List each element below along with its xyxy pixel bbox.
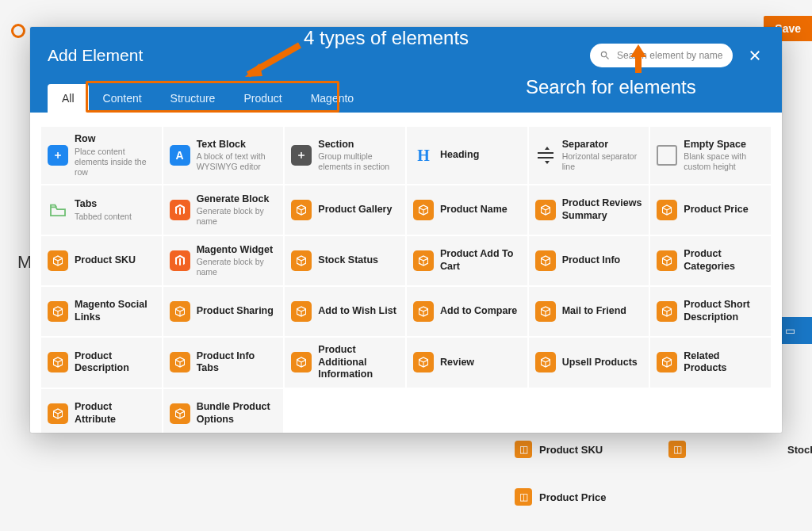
element-card[interactable]: Product Name — [407, 185, 527, 235]
card-text: Stock Status — [318, 254, 378, 267]
page-background: Save M ◫ Product SKU ◫ Stock ◫ Product P… — [0, 0, 812, 531]
card-text: Product Additional Information — [318, 344, 399, 381]
box-icon — [291, 200, 312, 220]
tab-product[interactable]: Product — [229, 84, 296, 113]
card-text: Product Reviews Summary — [562, 197, 643, 222]
element-card[interactable]: Product Reviews Summary — [529, 185, 649, 235]
element-card[interactable]: Product Description — [41, 338, 162, 388]
card-text: Related Products — [684, 350, 764, 375]
element-card[interactable]: Empty SpaceBlank space with custom heigh… — [650, 127, 771, 184]
box-icon — [48, 403, 68, 424]
element-card[interactable]: Product Sharing — [163, 287, 284, 336]
box-icon — [170, 403, 190, 424]
element-card[interactable]: Generate BlockGenerate block by name — [163, 185, 284, 235]
text-icon: A — [170, 145, 190, 166]
tab-all[interactable]: All — [48, 84, 89, 113]
card-title: Separator — [562, 139, 643, 151]
element-card[interactable]: Product Price — [650, 185, 771, 235]
element-card[interactable]: Product SKU — [41, 236, 162, 285]
annotation-types-label: 4 types of elements — [304, 27, 469, 49]
element-card[interactable]: TabsTabbed content — [41, 185, 162, 235]
tab-content[interactable]: Content — [89, 84, 156, 113]
box-icon: ◫ — [515, 488, 532, 506]
card-title: Row — [75, 133, 155, 146]
card-text: Product Name — [440, 204, 508, 216]
card-title: Product Gallery — [318, 204, 392, 216]
card-text: Product Description — [75, 350, 155, 375]
element-card[interactable]: ＋RowPlace content elements inside the ro… — [41, 127, 162, 184]
card-title: Upsell Products — [562, 357, 638, 369]
element-card[interactable]: Review — [407, 338, 527, 388]
tab-structure[interactable]: Structure — [156, 84, 230, 113]
card-text: SeparatorHorizontal separator line — [562, 139, 643, 173]
magento-icon — [170, 200, 190, 220]
plus-icon: ＋ — [48, 145, 68, 166]
element-card[interactable]: ＋SectionGroup multiple elements in secti… — [285, 127, 405, 184]
element-card[interactable]: Related Products — [650, 338, 771, 388]
card-text: Product Info Tabs — [197, 350, 278, 375]
card-title: Product Add To Cart — [440, 248, 521, 273]
tab-magento[interactable]: Magento — [297, 84, 368, 113]
box-icon — [291, 301, 312, 322]
element-card[interactable]: Upsell Products — [529, 338, 649, 388]
card-text: Product Gallery — [318, 204, 392, 216]
card-text: Product Sharing — [197, 305, 274, 318]
card-title: Product SKU — [75, 254, 136, 267]
card-title: Product Description — [75, 350, 155, 375]
element-card[interactable]: Product Info — [529, 236, 649, 285]
card-title: Product Sharing — [197, 305, 274, 318]
element-card[interactable]: HHeading — [407, 127, 527, 184]
arrow-icon — [240, 41, 304, 81]
element-card[interactable]: Product Additional Information — [285, 338, 405, 388]
card-text: Product Info — [562, 254, 621, 267]
card-text: Add to Wish List — [318, 305, 396, 318]
box-icon — [291, 250, 312, 271]
logo-icon — [11, 24, 25, 38]
bg-item-label: Product Price — [539, 491, 607, 503]
box-icon — [657, 250, 677, 271]
box-icon — [48, 301, 68, 322]
separator-icon — [535, 145, 556, 166]
box-icon: ◫ — [668, 441, 686, 458]
close-button[interactable] — [745, 46, 764, 65]
element-card[interactable]: Bundle Product Options — [163, 389, 284, 433]
element-card[interactable]: AText BlockA block of text with WYSIWYG … — [163, 127, 284, 184]
element-card[interactable]: Add to Wish List — [285, 287, 405, 336]
box-icon — [48, 250, 68, 271]
card-title: Product Short Description — [684, 299, 764, 323]
card-subtitle: Group multiple elements in section — [318, 151, 399, 172]
card-title: Related Products — [684, 350, 764, 375]
folder-icon — [48, 200, 68, 220]
add-element-modal: Add Element 4 types of elements Search f… — [30, 27, 782, 433]
modal-header: Add Element 4 types of elements Search f… — [30, 27, 782, 113]
card-text: TabsTabbed content — [75, 198, 132, 222]
heading-icon: H — [413, 145, 434, 166]
tabs: All Content Structure Product Magento — [48, 84, 764, 113]
element-card[interactable]: Magento WidgetGenerate block by name — [163, 236, 284, 285]
element-card[interactable]: Product Add To Cart — [407, 236, 527, 285]
box-icon — [413, 352, 434, 372]
element-card[interactable]: Product Short Description — [650, 287, 771, 336]
card-text: Heading — [440, 149, 479, 162]
element-card[interactable]: SeparatorHorizontal separator line — [529, 127, 649, 184]
box-icon — [170, 301, 190, 322]
card-title: Tabs — [75, 198, 132, 211]
element-card[interactable]: Add to Compare — [407, 287, 527, 336]
card-text: Generate BlockGenerate block by name — [197, 193, 278, 227]
element-card[interactable]: Product Info Tabs — [163, 338, 284, 388]
card-title: Magento Widget — [197, 244, 278, 257]
card-text: RowPlace content elements inside the row — [75, 133, 155, 178]
element-card[interactable]: Product Gallery — [285, 185, 405, 235]
element-card[interactable]: Product Attribute — [41, 389, 162, 433]
box-icon — [535, 352, 556, 372]
element-card[interactable]: Product Categories — [650, 236, 771, 285]
element-card[interactable]: Mail to Friend — [529, 287, 649, 336]
card-title: Heading — [440, 149, 479, 162]
search-box[interactable] — [590, 44, 733, 67]
box-icon — [291, 352, 312, 372]
card-text: Bundle Product Options — [197, 401, 278, 426]
card-subtitle: Place content elements inside the row — [75, 147, 155, 178]
element-card[interactable]: Magento Social Links — [41, 287, 162, 336]
element-card[interactable]: Stock Status — [285, 236, 405, 285]
box-icon — [170, 352, 190, 372]
